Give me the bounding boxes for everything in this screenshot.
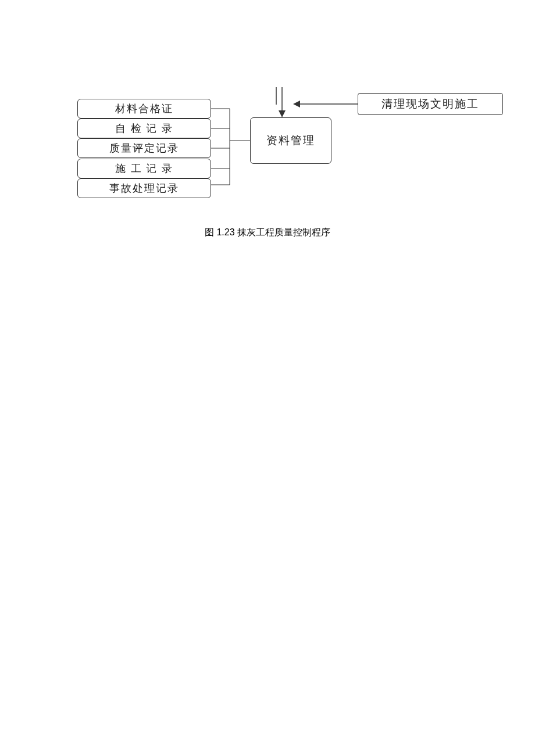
center-box-data-management: 资料管理: [250, 117, 331, 164]
caption-text: 图 1.23 抹灰工程质量控制程序: [205, 227, 330, 237]
left-box-label: 事故处理记录: [109, 181, 179, 195]
left-box-label: 质量评定记录: [109, 141, 179, 155]
right-box-site-cleanup: 清理现场文明施工: [358, 93, 503, 115]
left-box-incident-record: 事故处理记录: [77, 178, 211, 198]
svg-marker-8: [279, 110, 286, 117]
left-box-quality-eval: 质量评定记录: [77, 138, 211, 158]
left-box-material-cert: 材料合格证: [77, 99, 211, 119]
left-box-self-inspect: 自 检 记 录: [77, 119, 211, 138]
left-box-label: 自 检 记 录: [115, 121, 173, 135]
flowchart-diagram: 材料合格证 自 检 记 录 质量评定记录 施 工 记 录 事故处理记录 资料管理…: [0, 0, 535, 244]
right-box-label: 清理现场文明施工: [381, 96, 479, 112]
left-box-construction-record: 施 工 记 录: [77, 159, 211, 178]
svg-marker-11: [293, 101, 300, 108]
center-box-label: 资料管理: [266, 133, 315, 148]
left-box-label: 材料合格证: [115, 102, 173, 116]
figure-caption: 图 1.23 抹灰工程质量控制程序: [0, 227, 535, 239]
left-box-label: 施 工 记 录: [115, 162, 173, 175]
